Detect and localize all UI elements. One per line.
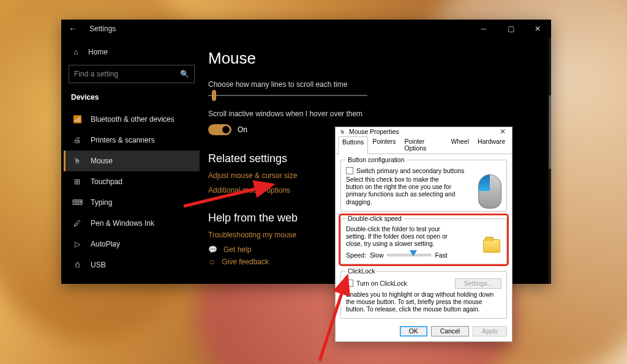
sidebar-item-label: AutoPlay [91,240,120,248]
dialog-titlebar: 🖱 Mouse Properties ✕ [336,127,512,136]
minimize-button[interactable]: ─ [470,20,497,38]
svg-line-1 [320,277,347,361]
autoplay-icon: ▷ [72,240,82,248]
content-scrollbar[interactable] [549,38,551,284]
checkbox-label: Switch primary and secondary buttons [356,168,464,174]
home-label: Home [88,48,108,56]
double-click-description: Double-click the folder to test your set… [346,226,456,248]
group-legend: Double-click speed [346,215,404,222]
search-placeholder: Find a setting [74,70,118,78]
slider-thumb[interactable] [212,90,216,101]
search-input[interactable]: Find a setting 🔍 [69,65,195,83]
sidebar-item-label: Pen & Windows Ink [91,219,154,228]
chat-icon: 💬 [208,245,217,254]
group-clicklock: ClickLock Turn on ClickLock Settings... … [340,268,507,319]
scroll-lines-slider[interactable] [208,95,367,96]
double-click-speed-slider[interactable] [387,254,431,256]
tab-strip: Buttons Pointers Pointer Options Wheel H… [336,136,512,154]
mouse-dialog-icon: 🖱 [339,128,345,135]
window-title: Settings [89,24,116,33]
sidebar-item-usb[interactable]: ⎙ USB [64,254,200,275]
annotation-arrow-icon [184,173,282,212]
bluetooth-icon: 📶 [72,115,82,124]
search-icon: 🔍 [180,70,189,78]
sidebar-item-pen[interactable]: 🖊 Pen & Windows Ink [64,213,200,234]
sidebar-item-label: Typing [91,198,112,207]
checkbox-switch-buttons[interactable] [346,167,353,174]
usb-icon: ⎙ [72,261,82,269]
pen-icon: 🖊 [72,219,82,228]
keyboard-icon: ⌨ [72,198,82,207]
apply-button: Apply [473,326,507,336]
sidebar-item-label: USB [91,261,106,269]
tab-buttons[interactable]: Buttons [338,136,368,154]
sidebar-item-printers[interactable]: 🖨 Printers & scanners [64,130,200,150]
cancel-button[interactable]: Cancel [431,326,469,336]
tab-wheel[interactable]: Wheel [447,136,473,154]
printer-icon: 🖨 [72,136,82,144]
touchpad-icon: ⊞ [72,177,82,186]
inactive-scroll-toggle[interactable] [208,124,231,135]
sidebar-home[interactable]: ⌂ Home [64,42,200,62]
sidebar-item-mouse[interactable]: 🖱 Mouse [64,150,200,171]
feedback-icon: ☺ [208,258,216,266]
group-double-click-speed: Double-click speed Double-click the fold… [340,215,507,264]
sidebar-item-typing[interactable]: ⌨ Typing [64,192,200,213]
sidebar-item-label: Touchpad [91,177,122,186]
sidebar-item-label: Mouse [91,157,113,165]
sidebar-item-bluetooth[interactable]: 📶 Bluetooth & other devices [64,109,200,130]
toggle-state: On [238,125,247,134]
link-give-feedback[interactable]: Give feedback [222,258,269,266]
close-button[interactable]: ✕ [524,20,551,38]
group-button-configuration: Button configuration Switch primary and … [340,157,507,212]
sidebar-item-label: Bluetooth & other devices [91,115,175,124]
sidebar-item-autoplay[interactable]: ▷ AutoPlay [64,234,200,254]
speed-label: Speed: [346,252,366,259]
page-title: Mouse [208,49,545,68]
scroll-lines-label: Choose how many lines to scroll each tim… [208,80,545,89]
mouse-icon: 🖱 [72,157,82,165]
titlebar: ← Settings ─ ▢ ✕ [61,20,551,38]
sidebar-category-header: Devices [64,91,200,109]
sidebar-item-label: Printers & scanners [91,136,155,144]
inactive-scroll-label: Scroll inactive windows when I hover ove… [208,110,545,118]
home-icon: ⌂ [71,48,81,56]
clicklock-description: Enables you to highlight or drag without… [346,291,501,314]
back-arrow-icon[interactable]: ← [69,24,77,34]
folder-test-icon[interactable] [483,239,500,253]
group-legend: Button configuration [346,157,406,163]
sidebar-item-touchpad[interactable]: ⊞ Touchpad [64,171,200,192]
button-config-description: Select this check box to make the button… [346,176,456,206]
link-get-help[interactable]: Get help [223,245,251,254]
sidebar: ⌂ Home Find a setting 🔍 Devices 📶 Blueto… [61,38,202,284]
speed-fast-label: Fast [435,252,447,259]
dialog-close-button[interactable]: ✕ [497,127,508,136]
maximize-button[interactable]: ▢ [497,20,524,38]
tab-hardware[interactable]: Hardware [473,136,509,154]
ok-button[interactable]: OK [400,326,427,336]
mouse-illustration-icon [478,174,501,209]
checkbox-label: Turn on ClickLock [356,280,407,287]
tab-pointer-options[interactable]: Pointer Options [400,136,446,154]
speed-slow-label: Slow [370,252,384,259]
tab-pointers[interactable]: Pointers [368,136,400,154]
svg-line-0 [184,185,272,206]
dialog-title: Mouse Properties [349,128,399,135]
clicklock-settings-button: Settings... [455,278,501,289]
annotation-arrow-icon [314,269,362,364]
